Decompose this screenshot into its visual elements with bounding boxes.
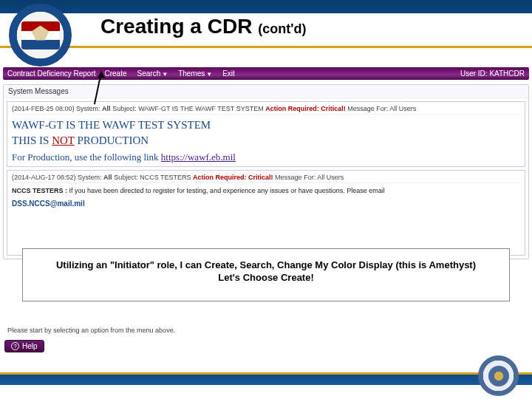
production-link[interactable]: https://wawf.eb.mil [161,151,236,163]
app-label: Contract Deficiency Report [7,69,96,78]
title-contd: (cont'd) [258,21,306,36]
dod-seal-icon [478,355,519,396]
callout-line-1: Utilizing an "Initiator" role, I can Cre… [35,259,497,270]
user-id-label: User ID: KATHCDR [460,69,525,78]
system-messages-header: System Messages [4,85,528,98]
message-headline: WAWF-GT IS THE WAWF TEST SYSTEM THIS IS … [12,117,520,149]
message-meta: (2014-FEB-25 08:00) System: All Subject:… [12,105,520,115]
slide-title: Creating a CDR (cont'd) [96,13,310,38]
agency-seal-icon [9,4,72,66]
help-button[interactable]: ? Help [4,340,44,352]
title-main: Creating a CDR [100,15,258,38]
slide-footer [0,372,532,399]
help-icon: ? [11,342,19,350]
menu-themes[interactable]: Themes▼ [178,69,212,78]
message-email: DSS.NCCS@mail.mil [12,200,85,208]
menu-create[interactable]: Create [105,69,127,78]
chevron-down-icon: ▼ [162,71,168,78]
system-messages-panel: System Messages (2014-FEB-25 08:00) Syst… [3,84,529,259]
menu-search[interactable]: Search▼ [137,69,168,78]
message-body: NCCS TESTERS : If you have been directed… [12,186,520,197]
start-instruction: Please start by selecting an option from… [7,327,175,334]
message-meta: (2014-AUG-17 08:52) System: All Subject:… [12,174,520,183]
system-message-2: (2014-AUG-17 08:52) System: All Subject:… [7,170,525,256]
message-prod-link-line: For Production, use the following link h… [12,151,520,163]
divider-gold [0,46,532,48]
system-message-1: (2014-FEB-25 08:00) System: All Subject:… [7,101,525,167]
menu-exit[interactable]: Exit [222,69,235,78]
callout-line-2: Let's Choose Create! [35,272,497,283]
chevron-down-icon: ▼ [206,71,212,78]
instruction-callout: Utilizing an "Initiator" role, I can Cre… [22,248,510,301]
app-menubar: Contract Deficiency Report Create Search… [3,67,529,80]
